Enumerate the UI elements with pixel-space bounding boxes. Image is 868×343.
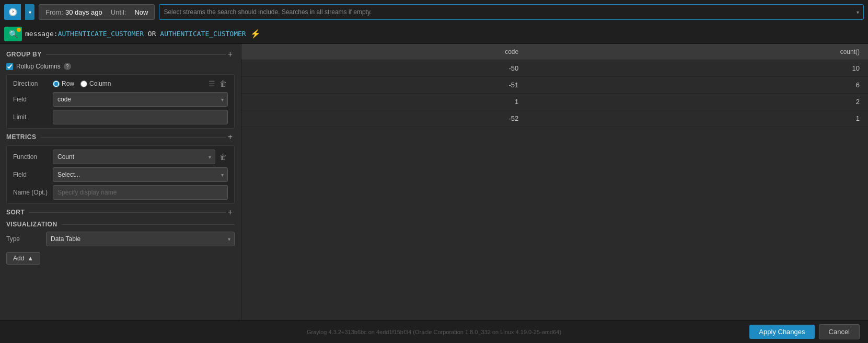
type-row: Type Data Table xyxy=(0,230,241,248)
table-cell-count: 10 xyxy=(527,60,868,77)
stream-select[interactable]: Select streams the search should include… xyxy=(159,4,864,20)
table-cell-code: -51 xyxy=(241,77,527,94)
table-row: -50 10 xyxy=(241,60,868,77)
field2-label: Field xyxy=(13,171,50,178)
search-bar: 🔍 message:AUTHENTICATE_CUSTOMER OR AUTHE… xyxy=(0,24,868,44)
metrics-label: Metrics xyxy=(6,133,37,141)
data-table: code count() -50 10 -51 6 1 2 -52 1 xyxy=(241,44,868,127)
stream-caret-icon: ▾ xyxy=(857,9,859,15)
direction-row-radio[interactable] xyxy=(53,81,60,87)
table-row: 1 2 xyxy=(241,94,868,110)
direction-row-option[interactable]: Row xyxy=(53,80,74,87)
add-button-label: Add xyxy=(13,255,24,262)
footer-version: Graylog 4.3.2+313b6bc on 4edd1f15bf34 (O… xyxy=(307,329,561,335)
table-cell-code: -50 xyxy=(241,60,527,77)
sort-add-button[interactable]: + xyxy=(226,208,235,216)
table-row: -52 1 xyxy=(241,110,868,127)
field-select[interactable]: code xyxy=(53,92,228,107)
table-cell-count: 6 xyxy=(527,77,868,94)
sort-section-header: Sort + xyxy=(0,206,241,219)
metrics-delete-button[interactable]: 🗑 xyxy=(218,152,228,162)
add-dropdown-button[interactable]: Add ▲ xyxy=(6,252,40,265)
add-caret-icon: ▲ xyxy=(27,255,33,262)
until-label: Until: xyxy=(111,8,126,16)
left-panel: Group By + Rollup Columns ? Direction Ro… xyxy=(0,44,241,320)
time-range: From: 30 days ago Until: Now xyxy=(39,4,155,20)
table-header-row: code count() xyxy=(241,44,868,60)
table-header-count: count() xyxy=(527,44,868,60)
field2-row: Field Select... xyxy=(7,166,234,184)
field-label: Field xyxy=(13,96,50,103)
until-value: Now xyxy=(134,8,148,16)
search-query-display: message:AUTHENTICATE_CUSTOMER OR AUTHENT… xyxy=(25,30,246,38)
name-label: Name (Opt.) xyxy=(13,189,50,196)
limit-row: Limit 15 xyxy=(7,108,234,126)
function-select-wrap: Count xyxy=(53,150,215,164)
group-by-add-button[interactable]: + xyxy=(226,50,235,59)
rollup-label: Rollup Columns xyxy=(16,63,61,70)
direction-radio-group: Row Column xyxy=(53,80,205,87)
table-cell-code: -52 xyxy=(241,110,527,127)
clock-button[interactable]: 🕐 xyxy=(4,4,21,20)
sort-divider xyxy=(29,212,225,213)
direction-column-label: Column xyxy=(89,80,111,87)
metrics-section-header: Metrics + xyxy=(0,131,241,143)
table-cell-count: 1 xyxy=(527,110,868,127)
from-label: From: xyxy=(45,8,63,16)
cancel-button[interactable]: Cancel xyxy=(819,324,860,339)
field-select-wrap: code xyxy=(53,92,228,107)
rollup-help-icon[interactable]: ? xyxy=(64,63,71,70)
limit-label: Limit xyxy=(13,113,50,121)
rollup-row: Rollup Columns ? xyxy=(0,61,241,72)
visualization-section-header: Visualization xyxy=(0,219,241,230)
limit-input[interactable]: 15 xyxy=(53,110,228,124)
direction-column-radio[interactable] xyxy=(80,81,87,87)
stream-placeholder: Select streams the search should include… xyxy=(164,8,372,16)
visualization-label: Visualization xyxy=(6,221,57,228)
table-cell-count: 2 xyxy=(527,94,868,110)
function-row: Function Count 🗑 xyxy=(7,148,234,166)
field2-select[interactable]: Select... xyxy=(53,167,228,182)
metrics-block: Function Count 🗑 Field Select... xyxy=(6,145,235,204)
type-label: Type xyxy=(6,235,43,243)
group-by-divider xyxy=(46,54,226,55)
direction-row-label: Row xyxy=(62,80,74,87)
metrics-add-button[interactable]: + xyxy=(226,133,235,141)
search-button[interactable]: 🔍 xyxy=(4,27,22,41)
table-row: -51 6 xyxy=(241,77,868,94)
metrics-divider xyxy=(41,137,226,138)
direction-column-option[interactable]: Column xyxy=(80,80,111,87)
sort-label: Sort xyxy=(6,209,25,216)
group-by-label: Group By xyxy=(6,51,42,58)
function-label: Function xyxy=(13,153,50,161)
from-value: 30 days ago xyxy=(65,8,102,16)
top-bar: 🕐 ▾ From: 30 days ago Until: Now Select … xyxy=(0,0,868,24)
direction-label: Direction xyxy=(13,80,50,87)
name-row: Name (Opt.) xyxy=(7,184,234,201)
right-panel: code count() -50 10 -51 6 1 2 -52 1 xyxy=(241,44,868,320)
rollup-checkbox[interactable] xyxy=(6,63,13,70)
group-by-fields-block: Direction Row Column ☰ 🗑 Field xyxy=(6,74,235,129)
direction-row: Direction Row Column ☰ 🗑 xyxy=(7,77,234,90)
search-notification-dot xyxy=(17,28,21,32)
type-select[interactable]: Data Table xyxy=(46,232,235,246)
apply-changes-button[interactable]: Apply Changes xyxy=(749,325,814,339)
group-by-delete-button[interactable]: 🗑 xyxy=(218,78,228,89)
visualization-divider xyxy=(62,224,235,225)
drag-handle-icon[interactable]: ☰ xyxy=(209,79,215,88)
table-header-code: code xyxy=(241,44,527,60)
table-body: -50 10 -51 6 1 2 -52 1 xyxy=(241,60,868,127)
clock-caret-button[interactable]: ▾ xyxy=(25,4,34,20)
name-input[interactable] xyxy=(53,185,228,200)
group-by-section-header: Group By + xyxy=(0,48,241,61)
search-lightning-icon: ⚡ xyxy=(250,29,261,39)
table-cell-code: 1 xyxy=(241,94,527,110)
function-select[interactable]: Count xyxy=(53,150,215,164)
main-content: Group By + Rollup Columns ? Direction Ro… xyxy=(0,44,868,320)
field2-select-wrap: Select... xyxy=(53,167,228,182)
footer: Graylog 4.3.2+313b6bc on 4edd1f15bf34 (O… xyxy=(0,320,868,343)
type-select-wrap: Data Table xyxy=(46,232,235,246)
field-row: Field code xyxy=(7,90,234,108)
